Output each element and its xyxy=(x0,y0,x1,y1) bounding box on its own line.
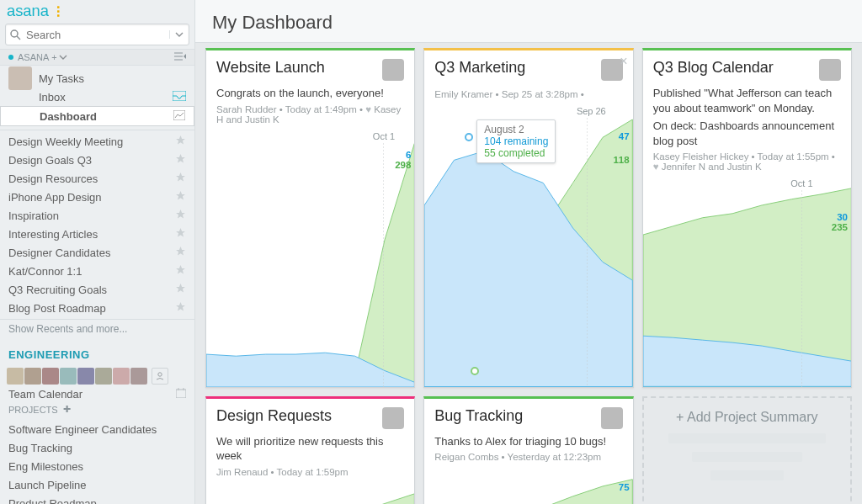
project-item[interactable]: Interesting Articles xyxy=(0,225,194,243)
svg-rect-11 xyxy=(176,390,186,398)
card-status-text: We will prioritize new requests this wee… xyxy=(206,434,414,464)
completed-count: 235 xyxy=(832,222,848,232)
svg-rect-1 xyxy=(57,6,60,8)
page-title: My Dashboard xyxy=(195,0,862,42)
project-list: Design Weekly MeetingDesign Goals Q3Desi… xyxy=(0,130,194,320)
project-summary-card[interactable]: Bug TrackingThanks to Alex for triaging … xyxy=(423,396,633,504)
add-project-icon[interactable]: ✚ xyxy=(63,404,71,415)
project-item[interactable]: Q3 Recruiting Goals xyxy=(0,280,194,299)
sidebar-item-label: Designer Candidates xyxy=(8,247,175,259)
star-icon[interactable] xyxy=(175,283,186,296)
project-item[interactable]: Bug Tracking xyxy=(0,438,194,457)
owner-avatar[interactable] xyxy=(819,59,841,81)
add-member-icon[interactable] xyxy=(152,368,168,385)
svg-rect-2 xyxy=(57,10,60,13)
project-item[interactable]: Blog Post Roadmap xyxy=(0,299,194,317)
projects-subheader: PROJECTS ✚ xyxy=(0,401,194,418)
dashboard-board: Website LaunchCongrats on the launch, ev… xyxy=(195,42,862,504)
sidebar-item-dashboard[interactable]: Dashboard xyxy=(0,106,194,126)
member-avatar[interactable] xyxy=(77,368,94,385)
chart-icon xyxy=(173,110,185,123)
project-summary-card[interactable]: Q3 Blog CalendarPublished "What Jefferso… xyxy=(642,48,852,388)
asana-logo[interactable]: asana xyxy=(7,3,91,20)
burndown-chart: Sep 2647118August 2104 remaining55 compl… xyxy=(424,106,632,387)
project-item[interactable]: Design Goals Q3 xyxy=(0,151,194,169)
sidebar-item-label: Product Roadmap xyxy=(8,497,186,505)
star-icon[interactable] xyxy=(175,190,186,204)
search-icon xyxy=(6,29,24,40)
card-status-text: Congrats on the launch, everyone! xyxy=(206,86,414,101)
team-calendar-link[interactable]: Team Calendar xyxy=(0,388,194,401)
search-dropdown-icon[interactable] xyxy=(169,30,189,39)
sidebar-item-label: Design Goals Q3 xyxy=(8,154,175,167)
star-icon[interactable] xyxy=(175,264,186,278)
star-icon[interactable] xyxy=(175,301,186,315)
card-title: Q3 Blog Calendar xyxy=(653,59,812,77)
close-icon[interactable]: × xyxy=(620,54,627,69)
sidebar-item-label: Software Engineer Candidates xyxy=(8,423,186,436)
completed-count: 118 xyxy=(613,155,629,165)
search-box[interactable] xyxy=(5,24,189,45)
star-icon[interactable] xyxy=(175,246,186,259)
engineering-section-header[interactable]: ENGINEERING xyxy=(0,338,194,364)
member-avatar[interactable] xyxy=(7,368,24,385)
member-avatar[interactable] xyxy=(95,368,112,385)
svg-line-5 xyxy=(17,36,20,40)
project-item[interactable]: Design Resources xyxy=(0,169,194,188)
project-item[interactable]: Launch Pipeline xyxy=(0,475,194,494)
project-summary-card[interactable]: ×Q3 MarketingEmily Kramer • Sep 25 at 3:… xyxy=(423,48,633,388)
project-item[interactable]: Kat/Connor 1:1 xyxy=(0,262,194,280)
sidebar-item-label: Design Resources xyxy=(8,172,175,185)
member-avatar[interactable] xyxy=(130,368,147,385)
sidebar-item-label: Design Weekly Meeting xyxy=(8,135,175,148)
team-members-row xyxy=(0,364,194,388)
star-icon[interactable] xyxy=(175,227,186,241)
project-item[interactable]: Designer Candidates xyxy=(0,243,194,262)
project-item[interactable]: iPhone App Design xyxy=(0,188,194,206)
inbox-icon xyxy=(173,91,186,103)
project-item[interactable]: Product Roadmap xyxy=(0,494,194,504)
member-avatar[interactable] xyxy=(42,368,59,385)
member-avatar[interactable] xyxy=(60,368,77,385)
card-meta: Kasey Fleisher Hickey • Today at 1:55pm … xyxy=(643,148,851,178)
owner-avatar[interactable] xyxy=(382,407,404,429)
sidebar-item-my-tasks[interactable]: My Tasks xyxy=(0,69,194,88)
star-icon[interactable] xyxy=(175,209,186,222)
card-title: Website Launch xyxy=(216,59,375,77)
star-icon[interactable] xyxy=(175,172,186,185)
add-project-summary-card[interactable]: + Add Project Summary xyxy=(642,396,852,504)
heart-icon[interactable]: ♥ xyxy=(653,162,659,172)
card-status-text: Published "What Jefferson can teach you … xyxy=(643,86,851,115)
remaining-count: 47 xyxy=(619,131,630,141)
card-meta: Sarah Rudder • Today at 1:49pm • ♥ Kasey… xyxy=(206,101,414,131)
card-meta: Emily Kramer • Sep 25 at 3:28pm • xyxy=(424,86,632,106)
user-avatar xyxy=(8,66,32,90)
sidebar-item-inbox[interactable]: Inbox xyxy=(0,88,194,106)
star-icon[interactable] xyxy=(175,135,186,148)
owner-avatar[interactable] xyxy=(601,407,623,429)
sidebar-item-label: Q3 Recruiting Goals xyxy=(8,284,175,296)
sidebar-item-label: iPhone App Design xyxy=(8,191,175,204)
card-title: Bug Tracking xyxy=(434,407,593,425)
project-summary-card[interactable]: Design RequestsWe will prioritize new re… xyxy=(205,396,415,504)
star-icon[interactable] xyxy=(175,153,186,167)
search-input[interactable] xyxy=(24,28,169,42)
project-item[interactable]: Software Engineer Candidates xyxy=(0,420,194,438)
member-avatar[interactable] xyxy=(24,368,41,385)
owner-avatar[interactable] xyxy=(382,59,404,81)
project-item[interactable]: Design Weekly Meeting xyxy=(0,132,194,151)
collapse-sidebar-icon[interactable] xyxy=(174,51,186,63)
member-avatar[interactable] xyxy=(113,368,130,385)
project-summary-card[interactable]: Website LaunchCongrats on the launch, ev… xyxy=(205,48,415,388)
show-more-link[interactable]: Show Recents and more... xyxy=(0,320,194,338)
sidebar: asana ASANA+ My Tasks xyxy=(0,0,195,504)
project-item[interactable]: Eng Milestones xyxy=(0,457,194,475)
remaining-count: 30 xyxy=(837,212,848,222)
card-status-text: Thanks to Alex for triaging 10 bugs! xyxy=(424,434,632,449)
card-meta: Jim Renaud • Today at 1:59pm xyxy=(206,464,414,484)
project-item[interactable]: Inspiration xyxy=(0,206,194,225)
svg-point-10 xyxy=(158,373,162,376)
heart-icon[interactable]: ♥ xyxy=(365,104,371,114)
workspace-selector[interactable]: ASANA+ xyxy=(8,52,67,62)
sidebar-item-label: Bug Tracking xyxy=(8,442,186,454)
